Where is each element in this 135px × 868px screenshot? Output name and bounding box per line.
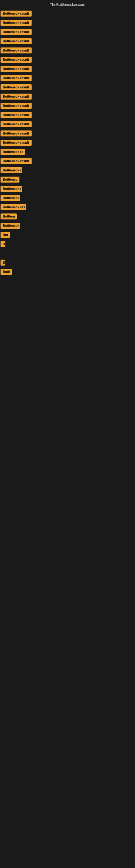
bars-container: Bottleneck resultBottleneck resultBottle… [0, 10, 135, 340]
bar-row [0, 333, 135, 340]
bar-row: B [0, 240, 135, 248]
bottleneck-result-bar: Bottleneck result [1, 29, 32, 35]
bar-row: Bottleneck [0, 222, 135, 229]
bar-row: Bottleneck [0, 194, 135, 202]
bottleneck-result-bar: Bottlenec [1, 177, 19, 183]
bar-row: Bottleneck result [0, 74, 135, 82]
bar-row: Bottleneck result [0, 28, 135, 36]
bar-row: Bottleneck result [0, 56, 135, 63]
bar-row: Bot [0, 231, 135, 239]
bar-row: B [0, 259, 135, 267]
bar-row: Bottlenec [0, 176, 135, 183]
bottleneck-result-bar: B [1, 259, 5, 266]
bottleneck-result-bar: Bottleneck result [1, 38, 32, 44]
bottleneck-result-bar: Bottleneck [1, 223, 20, 229]
bottleneck-result-bar: Bottleneck result [1, 10, 32, 17]
bottleneck-result-bar: Bottleneck result [1, 121, 32, 127]
bar-row: Bottleneck r [0, 166, 135, 174]
bar-row: Bottleneck re [0, 148, 135, 156]
bottleneck-result-bar: Bottleneck result [1, 103, 32, 109]
bottleneck-result-bar: Bottleneck result [1, 94, 32, 99]
bottleneck-result-bar: B [1, 241, 5, 247]
bar-row: Bottleneck result [0, 46, 135, 54]
bar-row: Bottleneck result [0, 10, 135, 18]
page-container: TheBottlenecker.com Bottleneck resultBot… [0, 0, 135, 868]
bar-row: Bottleneck result [0, 102, 135, 110]
bottleneck-result-bar: Bottleneck r [1, 167, 22, 173]
bottleneck-result-bar: Bottleneck result [1, 75, 32, 81]
bottleneck-result-bar: Bottleneck result [1, 140, 32, 146]
bar-row: Bottleneck result [0, 139, 135, 147]
bar-row: Bottleneck result [0, 37, 135, 45]
bar-row [0, 296, 135, 303]
bar-row: Bottl [0, 268, 135, 276]
bottleneck-result-bar: Bottleneck result [1, 112, 32, 118]
bar-row [0, 250, 135, 257]
bottleneck-result-bar: Bottleneck result [1, 66, 32, 72]
bottleneck-result-bar: Bottleneck result [1, 20, 32, 26]
bottleneck-result-bar: Bottleneck [1, 195, 20, 201]
bottleneck-result-bar: Bot [1, 232, 10, 238]
bar-row: Bottleneck r [0, 185, 135, 193]
bar-row [0, 305, 135, 312]
site-title-container: TheBottlenecker.com [0, 0, 135, 8]
bottleneck-result-bar: Bottlens [1, 214, 17, 219]
bar-row [0, 323, 135, 331]
bottleneck-result-bar: Bottleneck res [1, 204, 26, 210]
bottleneck-result-bar: Bottleneck result [1, 84, 32, 90]
bottleneck-result-bar: Bottleneck result [1, 130, 32, 136]
bar-row: Bottleneck result [0, 130, 135, 137]
bottleneck-result-bar: Bottleneck result [1, 57, 32, 63]
site-title: TheBottlenecker.com [50, 0, 85, 9]
bottleneck-result-bar: Bottl [1, 269, 12, 275]
bar-row: Bottleneck res [0, 204, 135, 211]
bar-row [0, 286, 135, 294]
bar-row: Bottleneck result [0, 111, 135, 119]
bar-row: Bottleneck result [0, 65, 135, 73]
bar-row: Bottleneck result [0, 120, 135, 128]
bar-row: Bottleneck result [0, 93, 135, 100]
bottleneck-result-bar: Bottleneck result [1, 48, 32, 54]
bar-row: Bottleneck result [0, 157, 135, 165]
bar-row: Bottleneck result [0, 84, 135, 91]
bar-row: Bottlens [0, 213, 135, 220]
bottleneck-result-bar: Bottleneck result [1, 158, 32, 164]
bar-row [0, 314, 135, 322]
bottleneck-result-bar: Bottleneck r [1, 186, 22, 192]
bottleneck-result-bar: Bottleneck re [1, 149, 25, 155]
bar-row: Bottleneck result [0, 19, 135, 27]
bar-row [0, 277, 135, 285]
